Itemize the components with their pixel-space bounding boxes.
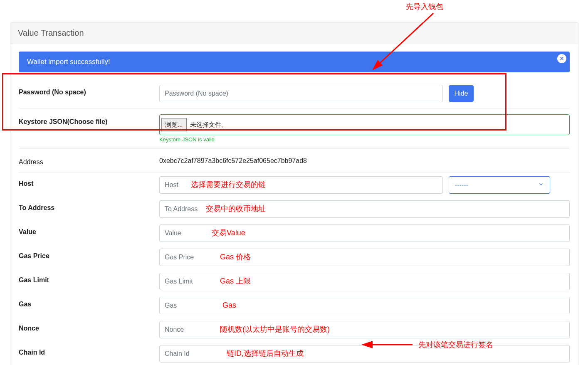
row-gas-price: Gas Price Gas 价格 [19,245,570,269]
nonce-input[interactable] [159,321,570,338]
keystore-file-input[interactable]: 浏览... 未选择文件。 [159,114,570,135]
gas-limit-input[interactable] [159,273,570,290]
label-password: Password (No space) [19,85,159,97]
close-icon: ✕ [560,56,564,62]
label-gas: Gas [19,297,159,309]
chevron-down-icon [538,181,544,189]
label-value: Value [19,224,159,237]
alert-wallet-imported: Wallet import successfully! ✕ [19,52,570,72]
file-status-text: 未选择文件。 [190,121,227,129]
chain-id-input[interactable] [159,345,570,363]
address-value: 0xebc7c2af7897a3bc6fc572e25af065ec7bb97a… [159,155,307,165]
panel-title: Value Transaction [10,22,578,44]
host-input[interactable] [159,176,443,194]
annotation-import-wallet-first: 先导入钱包 [406,2,443,12]
label-to-address: To Address [19,200,159,212]
alert-close-button[interactable]: ✕ [557,54,566,63]
alert-text: Wallet import successfully! [27,58,110,66]
file-browse-button[interactable]: 浏览... [161,118,187,131]
label-gas-price: Gas Price [19,249,159,261]
row-chain-id: Chain Id 链ID,选择链后自动生成 [19,342,570,365]
gas-input[interactable] [159,297,570,314]
row-gas-limit: Gas Limit Gas 上限 [19,269,570,293]
label-host: Host [19,176,159,188]
row-password: Password (No space) Hide [19,79,570,109]
label-nonce: Nonce [19,321,159,333]
panel-body: Wallet import successfully! ✕ Password (… [10,44,578,365]
label-gas-limit: Gas Limit [19,273,159,285]
gas-price-input[interactable] [159,249,570,266]
label-keystore: Keystore JSON(Choose file) [19,114,159,126]
row-gas: Gas Gas [19,293,570,318]
host-chain-select[interactable]: ------ [449,176,550,194]
row-nonce: Nonce 随机数(以太坊中是账号的交易数) [19,318,570,342]
value-input[interactable] [159,224,570,242]
value-transaction-panel: Value Transaction Wallet import successf… [10,22,578,365]
row-host: Host ------ 选择需要进行交易的链 [19,173,570,197]
label-address: Address [19,155,159,167]
row-to-address: To Address 交易中的收币地址 [19,197,570,221]
keystore-valid-msg: Keystore JSON is valid [159,136,570,143]
row-keystore: Keystore JSON(Choose file) 浏览... 未选择文件。 … [19,109,570,149]
page-root: 先导入钱包 Value Transaction Wallet import su… [0,0,588,365]
row-value: Value 交易Value [19,221,570,245]
hide-button[interactable]: Hide [449,85,474,102]
to-address-input[interactable] [159,200,570,218]
row-address: Address 0xebc7c2af7897a3bc6fc572e25af065… [19,149,570,173]
label-chain-id: Chain Id [19,345,159,357]
password-input[interactable] [159,85,443,102]
host-chain-select-value: ------ [455,181,468,189]
